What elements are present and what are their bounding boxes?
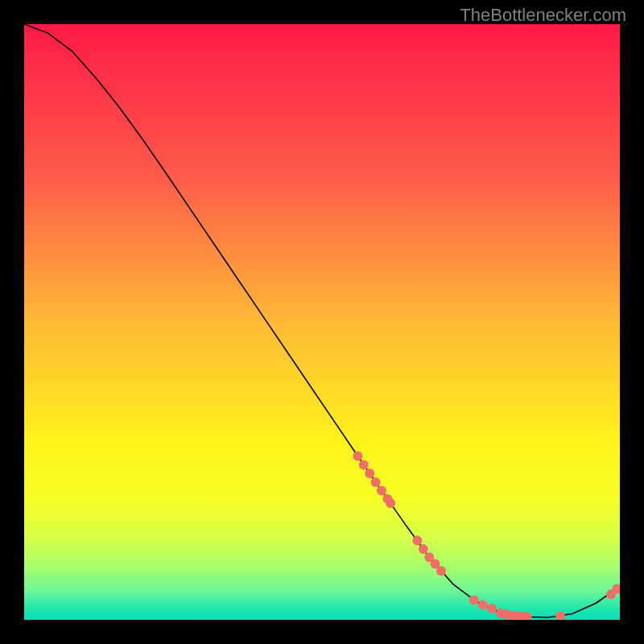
attribution-label: TheBottlenecker.com (460, 5, 626, 26)
match-dot (365, 469, 374, 478)
match-dot (478, 601, 488, 610)
match-dot (419, 544, 428, 554)
match-dot (377, 485, 386, 495)
chart-svg (24, 24, 620, 620)
match-dot (487, 604, 497, 613)
chart-root: TheBottlenecker.com (0, 0, 644, 644)
match-dot (359, 460, 369, 470)
match-dot (371, 477, 381, 487)
match-dot (436, 566, 446, 576)
match-dot (412, 536, 422, 546)
match-dot (353, 452, 362, 461)
gradient-background (24, 24, 620, 620)
match-dot (469, 596, 479, 605)
match-dot (386, 498, 395, 508)
plot-area (24, 24, 620, 620)
